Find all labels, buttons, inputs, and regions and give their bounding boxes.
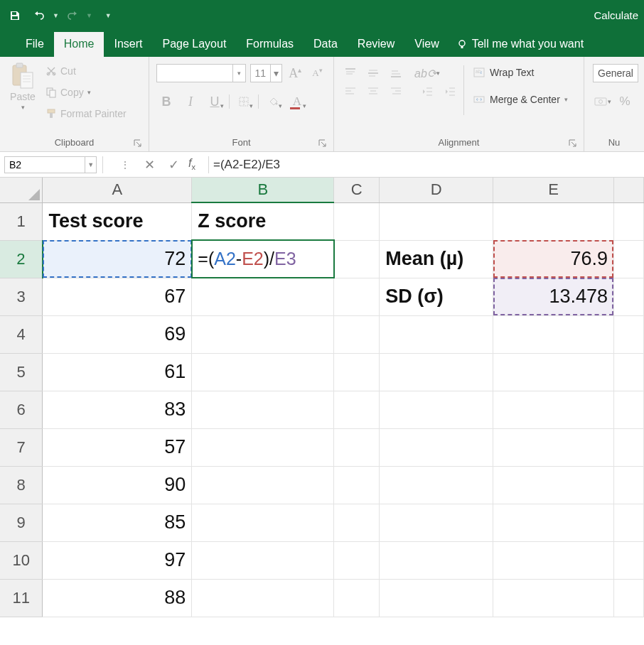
accounting-format-button[interactable]: ▾ — [593, 92, 611, 111]
format-painter-button[interactable]: Format Painter — [43, 104, 129, 124]
tab-view[interactable]: View — [404, 32, 449, 57]
shrink-font-button[interactable]: A▾ — [308, 64, 326, 82]
cell-E10[interactable] — [493, 541, 614, 579]
align-bottom-button[interactable] — [387, 64, 405, 82]
cell-B8[interactable] — [192, 466, 334, 504]
tab-formulas[interactable]: Formulas — [236, 32, 304, 57]
cell-F2[interactable] — [613, 240, 643, 278]
col-header-A[interactable]: A — [43, 178, 192, 202]
cut-button[interactable]: Cut — [43, 61, 129, 81]
cell-B4[interactable] — [192, 315, 334, 353]
number-format-combo[interactable]: General — [593, 64, 638, 82]
cell-F1[interactable] — [613, 202, 643, 240]
cell-A11[interactable]: 88 — [43, 579, 192, 617]
name-box-dropdown[interactable]: ▼ — [85, 157, 96, 173]
align-middle-button[interactable] — [364, 64, 382, 82]
redo-dropdown[interactable]: ▼ — [86, 12, 92, 19]
cell-F4[interactable] — [613, 315, 643, 353]
row-header-2[interactable]: 2 — [0, 240, 43, 278]
cell-A1[interactable]: Test score — [43, 202, 192, 240]
dialog-launcher[interactable] — [568, 139, 578, 148]
cell-D11[interactable] — [380, 579, 493, 617]
spreadsheet-grid[interactable]: A B C D E 1 Test score Z score 2 72 =(A2… — [0, 178, 644, 617]
cell-B3[interactable] — [192, 278, 334, 315]
formula-bar[interactable]: =(A2-E2)/E3 — [209, 156, 644, 173]
row-header-5[interactable]: 5 — [0, 353, 43, 391]
cell-D1[interactable] — [380, 202, 493, 240]
font-name-combo[interactable]: ▾ — [156, 64, 246, 82]
tab-page-layout[interactable]: Page Layout — [152, 32, 236, 57]
cell-E4[interactable] — [493, 315, 614, 353]
cell-D10[interactable] — [380, 541, 493, 579]
tab-review[interactable]: Review — [348, 32, 404, 57]
cell-E1[interactable] — [493, 202, 614, 240]
cell-C10[interactable] — [334, 541, 380, 579]
cell-C7[interactable] — [334, 428, 380, 466]
cell-D4[interactable] — [380, 315, 493, 353]
cell-E8[interactable] — [493, 466, 614, 504]
col-header-D[interactable]: D — [380, 178, 493, 202]
align-center-button[interactable] — [364, 82, 382, 101]
align-right-button[interactable] — [387, 82, 405, 101]
enter-formula-button[interactable]: ✓ — [161, 156, 186, 174]
qat-customize[interactable]: ▼ — [105, 12, 112, 19]
cell-A7[interactable]: 57 — [43, 428, 192, 466]
cell-A9[interactable]: 85 — [43, 504, 192, 541]
cell-B5[interactable] — [192, 353, 334, 391]
cell-B2[interactable]: =(A2-E2)/E3 — [192, 240, 334, 278]
grow-font-button[interactable]: A▴ — [286, 64, 304, 82]
dialog-launcher[interactable] — [133, 139, 143, 148]
name-box[interactable]: ▼ — [4, 156, 97, 173]
paste-button[interactable]: Paste ▾ — [6, 60, 40, 111]
row-header-1[interactable]: 1 — [0, 202, 43, 240]
cell-A3[interactable]: 67 — [43, 278, 192, 315]
cell-B7[interactable] — [192, 428, 334, 466]
copy-button[interactable]: Copy ▾ — [43, 82, 129, 102]
redo-button[interactable] — [62, 6, 83, 26]
percent-button[interactable]: % — [616, 92, 634, 111]
select-all-corner[interactable] — [0, 178, 43, 202]
borders-button[interactable]: ▾ — [234, 92, 254, 111]
tell-me[interactable]: Tell me what you want — [449, 32, 588, 57]
cell-C1[interactable] — [334, 202, 380, 240]
cell-C8[interactable] — [334, 466, 380, 504]
save-button[interactable] — [4, 6, 26, 26]
merge-center-button[interactable]: Merge & Center ▾ — [473, 90, 568, 109]
col-header-E[interactable]: E — [493, 178, 614, 202]
cell-E7[interactable] — [493, 428, 614, 466]
cell-D7[interactable] — [380, 428, 493, 466]
tab-file[interactable]: File — [16, 32, 54, 57]
cell-C5[interactable] — [334, 353, 380, 391]
cell-F6[interactable] — [613, 391, 643, 428]
italic-button[interactable]: I — [181, 92, 200, 111]
tab-data[interactable]: Data — [304, 32, 348, 57]
cell-A8[interactable]: 90 — [43, 466, 192, 504]
cell-A5[interactable]: 61 — [43, 353, 192, 391]
cell-A2[interactable]: 72 — [43, 240, 192, 278]
row-header-10[interactable]: 10 — [0, 541, 43, 579]
cell-F11[interactable] — [613, 579, 643, 617]
cell-A10[interactable]: 97 — [43, 541, 192, 579]
fx-button[interactable]: fx — [186, 157, 201, 171]
cell-B6[interactable] — [192, 391, 334, 428]
row-header-7[interactable]: 7 — [0, 428, 43, 466]
cell-C4[interactable] — [334, 315, 380, 353]
align-left-button[interactable] — [341, 82, 360, 101]
cell-F5[interactable] — [613, 353, 643, 391]
font-size-combo[interactable]: 11▾ — [250, 64, 282, 82]
font-color-button[interactable]: A▾ — [287, 92, 307, 111]
cell-B10[interactable] — [192, 541, 334, 579]
cell-F9[interactable] — [613, 504, 643, 541]
dialog-launcher[interactable] — [318, 139, 328, 148]
underline-button[interactable]: U▾ — [205, 92, 225, 111]
row-header-4[interactable]: 4 — [0, 315, 43, 353]
cell-E3[interactable]: 13.478 — [493, 278, 614, 315]
cell-D6[interactable] — [380, 391, 493, 428]
undo-button[interactable] — [28, 6, 50, 26]
tab-insert[interactable]: Insert — [104, 32, 152, 57]
cell-F8[interactable] — [613, 466, 643, 504]
cell-E2[interactable]: 76.9 — [493, 240, 614, 278]
undo-dropdown[interactable]: ▼ — [53, 12, 59, 19]
col-header-B[interactable]: B — [192, 178, 334, 202]
row-header-9[interactable]: 9 — [0, 504, 43, 541]
